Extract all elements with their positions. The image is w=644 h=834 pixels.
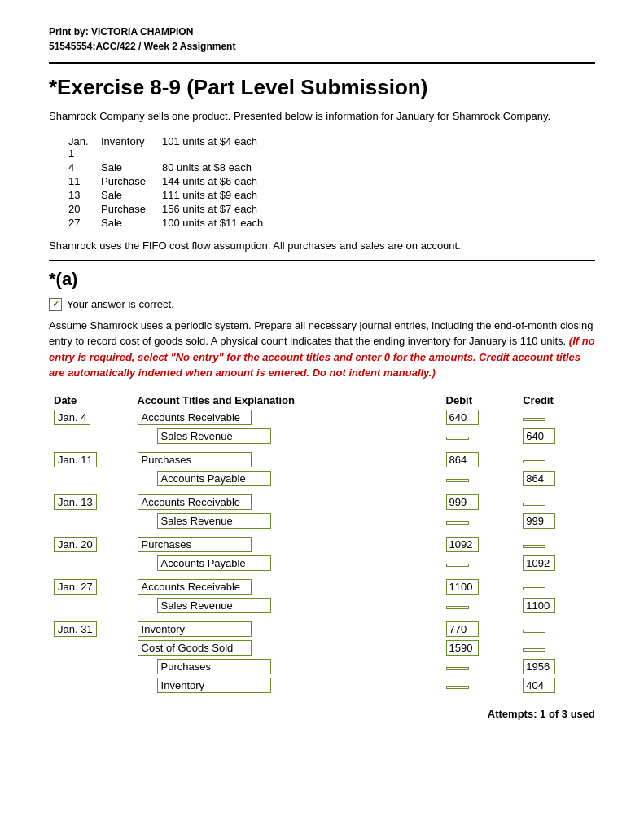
account-input[interactable]: Sales Revenue	[157, 513, 271, 529]
debit-input[interactable]: 999	[446, 494, 479, 510]
debit-input[interactable]	[446, 606, 469, 609]
journal-date-cell	[49, 427, 133, 446]
journal-account-cell: Inventory	[133, 676, 441, 695]
credit-input[interactable]	[523, 630, 545, 633]
journal-credit-cell: 1092	[518, 554, 595, 573]
account-input[interactable]: Inventory	[138, 621, 252, 637]
inventory-date: Jan. 1	[65, 134, 98, 160]
debit-input[interactable]: 770	[446, 621, 479, 637]
journal-debit-cell: 640	[441, 408, 519, 427]
inventory-date: 11	[65, 174, 98, 188]
print-header-line2: 51545554:ACC/422 / Week 2 Assignment	[49, 39, 595, 54]
date-input[interactable]: Jan. 27	[54, 579, 97, 595]
account-input[interactable]: Purchases	[157, 659, 271, 674]
account-input[interactable]: Accounts Receivable	[138, 410, 252, 425]
account-input[interactable]: Purchases	[138, 452, 252, 467]
account-input[interactable]: Sales Revenue	[157, 428, 271, 444]
inventory-date: 13	[65, 188, 98, 202]
account-input[interactable]: Accounts Payable	[157, 555, 271, 571]
credit-input[interactable]: 640	[523, 428, 555, 444]
exercise-description: Shamrock Company sells one product. Pres…	[49, 108, 595, 125]
inventory-date: 20	[65, 202, 98, 216]
credit-input[interactable]: 1956	[523, 659, 555, 674]
debit-input[interactable]: 1100	[446, 579, 479, 595]
journal-row: Jan. 4Accounts Receivable640	[49, 408, 595, 427]
journal-account-cell: Accounts Payable	[133, 469, 441, 488]
journal-account-cell: Cost of Goods Sold	[133, 639, 441, 657]
journal-date-cell: Jan. 31	[49, 620, 133, 639]
journal-credit-cell: 999	[518, 511, 595, 530]
header-date: Date	[49, 393, 133, 408]
credit-input[interactable]	[523, 648, 545, 652]
date-input[interactable]: Jan. 11	[54, 452, 97, 467]
inventory-desc: 144 units at $6 each	[159, 174, 305, 188]
account-input[interactable]: Purchases	[138, 537, 252, 552]
credit-input[interactable]	[523, 587, 545, 590]
journal-row: Jan. 31Inventory770	[49, 620, 595, 639]
debit-input[interactable]	[446, 479, 469, 482]
credit-input[interactable]	[523, 503, 545, 506]
journal-row: Jan. 20Purchases1092	[49, 535, 595, 554]
account-input[interactable]: Sales Revenue	[157, 598, 271, 613]
debit-input[interactable]: 640	[446, 410, 479, 425]
correct-label: Your answer is correct.	[67, 298, 174, 310]
journal-row: Sales Revenue640	[49, 427, 595, 446]
inventory-table: Jan. 1 Inventory 101 units at $4 each 4 …	[65, 134, 305, 230]
account-input[interactable]: Accounts Receivable	[138, 579, 252, 595]
account-input[interactable]: Inventory	[157, 678, 271, 693]
instructions-plain: Assume Shamrock uses a periodic system. …	[49, 319, 593, 348]
inventory-type: Sale	[98, 216, 159, 230]
debit-input[interactable]	[446, 564, 469, 567]
journal-credit-cell	[518, 577, 595, 596]
debit-input[interactable]: 1590	[446, 640, 479, 656]
credit-input[interactable]: 999	[523, 513, 555, 529]
journal-account-cell: Accounts Receivable	[133, 577, 441, 596]
journal-debit-cell: 1092	[441, 535, 519, 554]
credit-input[interactable]	[523, 418, 545, 421]
credit-input[interactable]: 404	[523, 678, 555, 693]
debit-input[interactable]	[446, 521, 469, 525]
date-input[interactable]: Jan. 20	[54, 537, 97, 552]
journal-date-cell	[49, 596, 133, 615]
correct-badge: ✓ Your answer is correct.	[49, 298, 595, 311]
journal-date-cell: Jan. 27	[49, 577, 133, 596]
journal-row: Sales Revenue999	[49, 511, 595, 530]
credit-input[interactable]	[523, 460, 545, 463]
journal-debit-cell	[441, 554, 519, 573]
debit-input[interactable]	[446, 667, 469, 670]
credit-input[interactable]: 864	[523, 471, 555, 486]
journal-row: Jan. 11Purchases864	[49, 450, 595, 469]
journal-account-cell: Accounts Receivable	[133, 408, 441, 427]
journal-account-cell: Purchases	[133, 657, 441, 676]
journal-account-cell: Inventory	[133, 620, 441, 639]
debit-input[interactable]	[446, 686, 469, 689]
checkmark-icon: ✓	[49, 298, 62, 311]
credit-input[interactable]: 1092	[523, 555, 555, 571]
inventory-type: Sale	[98, 160, 159, 174]
header-account: Account Titles and Explanation	[133, 393, 441, 408]
credit-input[interactable]: 1100	[523, 598, 555, 613]
account-input[interactable]: Accounts Payable	[157, 471, 271, 486]
inventory-row: 20 Purchase 156 units at $7 each	[65, 202, 305, 216]
journal-debit-cell: 1590	[441, 639, 519, 657]
journal-row: Accounts Payable864	[49, 469, 595, 488]
inventory-type: Inventory	[98, 134, 159, 160]
journal-credit-cell: 640	[518, 427, 595, 446]
account-input[interactable]: Cost of Goods Sold	[138, 640, 252, 656]
section-divider	[49, 260, 595, 261]
journal-table: Date Account Titles and Explanation Debi…	[49, 393, 595, 695]
journal-date-cell: Jan. 4	[49, 408, 133, 427]
journal-account-cell: Sales Revenue	[133, 511, 441, 530]
date-input[interactable]: Jan. 13	[54, 494, 97, 510]
journal-row: Inventory404	[49, 676, 595, 695]
debit-input[interactable]: 864	[446, 452, 479, 467]
debit-input[interactable]	[446, 437, 469, 440]
account-input[interactable]: Accounts Receivable	[138, 494, 252, 510]
date-input[interactable]: Jan. 31	[54, 621, 97, 637]
credit-input[interactable]	[523, 545, 545, 548]
journal-credit-cell	[518, 535, 595, 554]
journal-debit-cell	[441, 657, 519, 676]
header-credit: Credit	[518, 393, 595, 408]
date-input[interactable]: Jan. 4	[54, 410, 90, 425]
debit-input[interactable]: 1092	[446, 537, 479, 552]
